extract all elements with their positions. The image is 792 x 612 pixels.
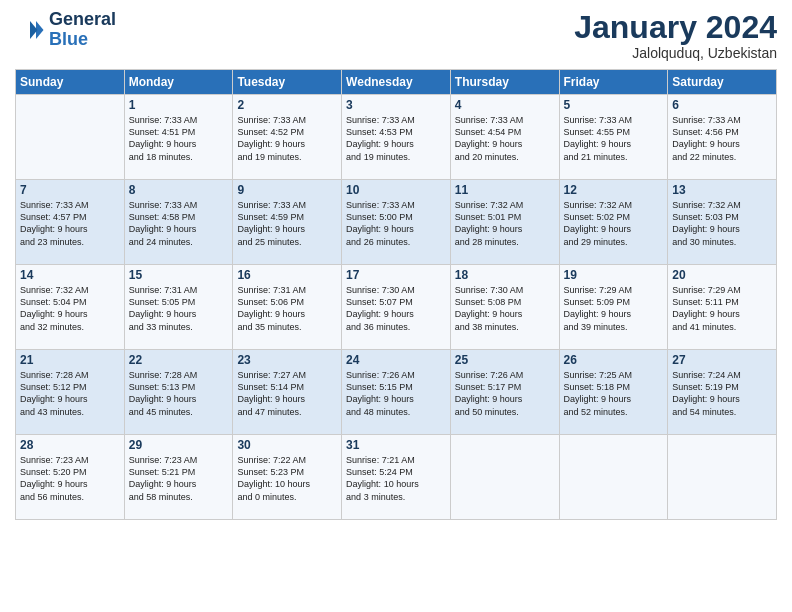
cell-details: Sunrise: 7:24 AMSunset: 5:19 PMDaylight:… <box>672 369 772 418</box>
calendar-cell: 28Sunrise: 7:23 AMSunset: 5:20 PMDayligh… <box>16 435 125 520</box>
cell-details: Sunrise: 7:31 AMSunset: 5:05 PMDaylight:… <box>129 284 229 333</box>
cell-details: Sunrise: 7:26 AMSunset: 5:17 PMDaylight:… <box>455 369 555 418</box>
weekday-header-saturday: Saturday <box>668 70 777 95</box>
cell-details: Sunrise: 7:33 AMSunset: 4:52 PMDaylight:… <box>237 114 337 163</box>
cell-details: Sunrise: 7:33 AMSunset: 4:55 PMDaylight:… <box>564 114 664 163</box>
calendar-cell: 5Sunrise: 7:33 AMSunset: 4:55 PMDaylight… <box>559 95 668 180</box>
day-number: 8 <box>129 183 229 197</box>
calendar-cell: 27Sunrise: 7:24 AMSunset: 5:19 PMDayligh… <box>668 350 777 435</box>
calendar-cell: 23Sunrise: 7:27 AMSunset: 5:14 PMDayligh… <box>233 350 342 435</box>
weekday-header-tuesday: Tuesday <box>233 70 342 95</box>
day-number: 31 <box>346 438 446 452</box>
calendar-cell: 8Sunrise: 7:33 AMSunset: 4:58 PMDaylight… <box>124 180 233 265</box>
calendar-cell: 17Sunrise: 7:30 AMSunset: 5:07 PMDayligh… <box>342 265 451 350</box>
day-number: 19 <box>564 268 664 282</box>
day-number: 14 <box>20 268 120 282</box>
title-block: January 2024 Jalolquduq, Uzbekistan <box>574 10 777 61</box>
calendar-cell: 15Sunrise: 7:31 AMSunset: 5:05 PMDayligh… <box>124 265 233 350</box>
cell-details: Sunrise: 7:33 AMSunset: 4:58 PMDaylight:… <box>129 199 229 248</box>
day-number: 6 <box>672 98 772 112</box>
cell-details: Sunrise: 7:28 AMSunset: 5:12 PMDaylight:… <box>20 369 120 418</box>
weekday-header-monday: Monday <box>124 70 233 95</box>
day-number: 7 <box>20 183 120 197</box>
day-number: 17 <box>346 268 446 282</box>
day-number: 30 <box>237 438 337 452</box>
calendar-cell <box>559 435 668 520</box>
day-number: 23 <box>237 353 337 367</box>
cell-details: Sunrise: 7:30 AMSunset: 5:08 PMDaylight:… <box>455 284 555 333</box>
calendar-cell: 18Sunrise: 7:30 AMSunset: 5:08 PMDayligh… <box>450 265 559 350</box>
weekday-header-wednesday: Wednesday <box>342 70 451 95</box>
cell-details: Sunrise: 7:26 AMSunset: 5:15 PMDaylight:… <box>346 369 446 418</box>
cell-details: Sunrise: 7:33 AMSunset: 4:59 PMDaylight:… <box>237 199 337 248</box>
calendar-cell: 29Sunrise: 7:23 AMSunset: 5:21 PMDayligh… <box>124 435 233 520</box>
logo-icon <box>15 15 45 45</box>
calendar-cell: 16Sunrise: 7:31 AMSunset: 5:06 PMDayligh… <box>233 265 342 350</box>
calendar-cell: 6Sunrise: 7:33 AMSunset: 4:56 PMDaylight… <box>668 95 777 180</box>
day-number: 3 <box>346 98 446 112</box>
logo-text: General Blue <box>49 10 116 50</box>
calendar-cell: 30Sunrise: 7:22 AMSunset: 5:23 PMDayligh… <box>233 435 342 520</box>
calendar-cell: 19Sunrise: 7:29 AMSunset: 5:09 PMDayligh… <box>559 265 668 350</box>
calendar-cell: 7Sunrise: 7:33 AMSunset: 4:57 PMDaylight… <box>16 180 125 265</box>
cell-details: Sunrise: 7:33 AMSunset: 5:00 PMDaylight:… <box>346 199 446 248</box>
day-number: 25 <box>455 353 555 367</box>
calendar-cell: 21Sunrise: 7:28 AMSunset: 5:12 PMDayligh… <box>16 350 125 435</box>
calendar-week-row: 21Sunrise: 7:28 AMSunset: 5:12 PMDayligh… <box>16 350 777 435</box>
day-number: 12 <box>564 183 664 197</box>
day-number: 5 <box>564 98 664 112</box>
day-number: 1 <box>129 98 229 112</box>
weekday-header-thursday: Thursday <box>450 70 559 95</box>
cell-details: Sunrise: 7:32 AMSunset: 5:04 PMDaylight:… <box>20 284 120 333</box>
day-number: 11 <box>455 183 555 197</box>
weekday-header-row: SundayMondayTuesdayWednesdayThursdayFrid… <box>16 70 777 95</box>
calendar-cell: 13Sunrise: 7:32 AMSunset: 5:03 PMDayligh… <box>668 180 777 265</box>
cell-details: Sunrise: 7:22 AMSunset: 5:23 PMDaylight:… <box>237 454 337 503</box>
calendar-cell: 26Sunrise: 7:25 AMSunset: 5:18 PMDayligh… <box>559 350 668 435</box>
cell-details: Sunrise: 7:28 AMSunset: 5:13 PMDaylight:… <box>129 369 229 418</box>
cell-details: Sunrise: 7:21 AMSunset: 5:24 PMDaylight:… <box>346 454 446 503</box>
weekday-header-friday: Friday <box>559 70 668 95</box>
calendar-cell: 3Sunrise: 7:33 AMSunset: 4:53 PMDaylight… <box>342 95 451 180</box>
header: General Blue January 2024 Jalolquduq, Uz… <box>15 10 777 61</box>
day-number: 18 <box>455 268 555 282</box>
calendar-cell: 22Sunrise: 7:28 AMSunset: 5:13 PMDayligh… <box>124 350 233 435</box>
calendar-cell: 2Sunrise: 7:33 AMSunset: 4:52 PMDaylight… <box>233 95 342 180</box>
calendar-table: SundayMondayTuesdayWednesdayThursdayFrid… <box>15 69 777 520</box>
calendar-cell: 20Sunrise: 7:29 AMSunset: 5:11 PMDayligh… <box>668 265 777 350</box>
cell-details: Sunrise: 7:33 AMSunset: 4:51 PMDaylight:… <box>129 114 229 163</box>
cell-details: Sunrise: 7:32 AMSunset: 5:01 PMDaylight:… <box>455 199 555 248</box>
cell-details: Sunrise: 7:27 AMSunset: 5:14 PMDaylight:… <box>237 369 337 418</box>
calendar-cell: 9Sunrise: 7:33 AMSunset: 4:59 PMDaylight… <box>233 180 342 265</box>
day-number: 2 <box>237 98 337 112</box>
calendar-cell: 11Sunrise: 7:32 AMSunset: 5:01 PMDayligh… <box>450 180 559 265</box>
calendar-cell: 25Sunrise: 7:26 AMSunset: 5:17 PMDayligh… <box>450 350 559 435</box>
weekday-header-sunday: Sunday <box>16 70 125 95</box>
page: General Blue January 2024 Jalolquduq, Uz… <box>0 0 792 612</box>
cell-details: Sunrise: 7:30 AMSunset: 5:07 PMDaylight:… <box>346 284 446 333</box>
day-number: 24 <box>346 353 446 367</box>
cell-details: Sunrise: 7:33 AMSunset: 4:53 PMDaylight:… <box>346 114 446 163</box>
day-number: 9 <box>237 183 337 197</box>
cell-details: Sunrise: 7:32 AMSunset: 5:03 PMDaylight:… <box>672 199 772 248</box>
cell-details: Sunrise: 7:32 AMSunset: 5:02 PMDaylight:… <box>564 199 664 248</box>
calendar-cell: 24Sunrise: 7:26 AMSunset: 5:15 PMDayligh… <box>342 350 451 435</box>
day-number: 22 <box>129 353 229 367</box>
day-number: 29 <box>129 438 229 452</box>
logo: General Blue <box>15 10 116 50</box>
day-number: 10 <box>346 183 446 197</box>
cell-details: Sunrise: 7:31 AMSunset: 5:06 PMDaylight:… <box>237 284 337 333</box>
calendar-week-row: 1Sunrise: 7:33 AMSunset: 4:51 PMDaylight… <box>16 95 777 180</box>
day-number: 20 <box>672 268 772 282</box>
month-title: January 2024 <box>574 10 777 45</box>
day-number: 16 <box>237 268 337 282</box>
cell-details: Sunrise: 7:29 AMSunset: 5:09 PMDaylight:… <box>564 284 664 333</box>
day-number: 28 <box>20 438 120 452</box>
calendar-week-row: 28Sunrise: 7:23 AMSunset: 5:20 PMDayligh… <box>16 435 777 520</box>
day-number: 4 <box>455 98 555 112</box>
calendar-cell: 10Sunrise: 7:33 AMSunset: 5:00 PMDayligh… <box>342 180 451 265</box>
calendar-cell: 1Sunrise: 7:33 AMSunset: 4:51 PMDaylight… <box>124 95 233 180</box>
day-number: 15 <box>129 268 229 282</box>
cell-details: Sunrise: 7:29 AMSunset: 5:11 PMDaylight:… <box>672 284 772 333</box>
calendar-cell <box>450 435 559 520</box>
